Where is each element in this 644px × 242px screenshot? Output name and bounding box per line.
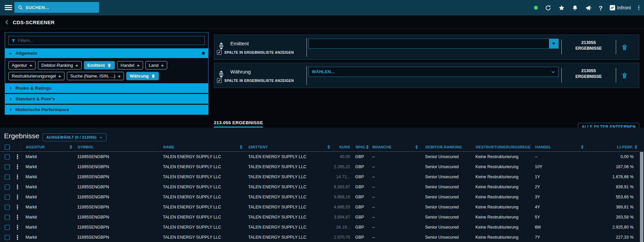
table-row[interactable]: Markit 11895SENGBPN TALEN ENERGY SUPPLY …: [0, 222, 639, 232]
row-menu-icon[interactable]: [13, 202, 21, 212]
col-header-emittent[interactable]: EMITTENT: [245, 143, 332, 151]
bell-icon[interactable]: [572, 5, 578, 11]
row-checkbox[interactable]: [5, 235, 10, 240]
table-row[interactable]: Markit 11895SENGBPN TALEN ENERGY SUPPLY …: [0, 232, 639, 242]
cell-kurs: 8.383,97: [332, 182, 352, 192]
search-icon: [18, 5, 23, 10]
search-input[interactable]: [26, 5, 96, 10]
row-menu-icon[interactable]: [13, 162, 21, 172]
row-checkbox[interactable]: [5, 154, 10, 159]
help-icon[interactable]: ?: [599, 5, 603, 11]
row-checkbox[interactable]: [5, 164, 10, 170]
sort-icon[interactable]: [327, 145, 330, 149]
row-menu-icon[interactable]: [13, 182, 21, 192]
scrollbar-thumb[interactable]: [640, 152, 643, 242]
back-icon[interactable]: [4, 19, 10, 26]
row-checkbox[interactable]: [5, 215, 10, 220]
filter-chip-suche-name-isin[interactable]: Suche (Name, ISIN, ...)+: [67, 72, 124, 80]
infront-logo[interactable]: Infront: [610, 5, 631, 10]
filter-chip-land[interactable]: Land+: [145, 61, 167, 69]
active-filters-dot: [202, 52, 205, 55]
row-checkbox[interactable]: [5, 175, 10, 180]
drag-handle-icon[interactable]: [219, 70, 224, 78]
star-icon[interactable]: [558, 5, 565, 11]
table-row[interactable]: Markit 11895SENGBPN TALEN ENERGY SUPPLY …: [0, 182, 639, 192]
table-row[interactable]: Markit 11895SENGBPN TALEN ENERGY SUPPLY …: [0, 212, 639, 222]
section-risiko-ratings[interactable]: Risiko & Ratings: [5, 83, 208, 93]
cell-handel: 4Y: [531, 202, 586, 212]
filter-chip-w-hrung[interactable]: Währung: [126, 72, 158, 80]
row-checkbox[interactable]: [5, 225, 10, 230]
delete-filter-icon[interactable]: [621, 72, 628, 79]
filter-search-box[interactable]: [8, 36, 205, 45]
row-menu-icon[interactable]: [13, 172, 21, 182]
table-row[interactable]: Markit 11895SENGBPN TALEN ENERGY SUPPLY …: [0, 152, 639, 162]
sort-icon[interactable]: [415, 145, 418, 149]
show-column-checkbox[interactable]: ✓: [217, 78, 222, 83]
sync-icon[interactable]: [545, 5, 551, 11]
cell-agentur: Markit: [21, 212, 75, 222]
table-row[interactable]: Markit 11895SENGBPN TALEN ENERGY SUPPLY …: [0, 162, 639, 172]
filter-chip-debitor-ranking[interactable]: Debitor-Ranking+: [38, 61, 82, 69]
delete-filter-icon[interactable]: [621, 44, 628, 51]
sort-icon[interactable]: [366, 145, 369, 149]
dropdown-button[interactable]: [549, 39, 558, 48]
row-checkbox[interactable]: [5, 195, 10, 200]
row-menu-icon[interactable]: [13, 212, 21, 222]
col-header-agentur[interactable]: AGENTUR: [21, 143, 75, 151]
row-checkbox[interactable]: [5, 205, 10, 210]
table-body: Markit 11895SENGBPN TALEN ENERGY SUPPLY …: [0, 152, 639, 242]
col-header-debitor-ranking[interactable]: DEBITOR-RANKING: [420, 143, 472, 151]
table-row[interactable]: Markit 11895SENGBPN TALEN ENERGY SUPPLY …: [0, 192, 639, 202]
cell-whg: GBP: [352, 222, 369, 232]
show-column-checkbox[interactable]: ✓: [217, 50, 222, 55]
row-checkbox[interactable]: [5, 185, 10, 190]
table-row[interactable]: Markit 11895SENGBPN TALEN ENERGY SUPPLY …: [0, 202, 639, 212]
total-results-link[interactable]: 213.055 ERGEBNISSE: [214, 120, 263, 128]
cell-symbol: 11895SENGBPN: [75, 232, 160, 242]
drag-handle-icon[interactable]: [219, 42, 224, 50]
section-standard-poor-s[interactable]: Standard & Poor's: [5, 94, 208, 104]
filter-chip-restrukturierungsregel[interactable]: Restrukturierungsregel+: [8, 72, 64, 80]
sort-icon[interactable]: [635, 145, 637, 149]
col-header-symbol[interactable]: SYMBOL: [75, 143, 160, 151]
emittent-input[interactable]: [309, 39, 549, 48]
hamburger-menu-icon[interactable]: [5, 5, 12, 10]
cell-branche: --: [369, 222, 420, 232]
row-menu-icon[interactable]: [13, 222, 21, 232]
waehrung-select[interactable]: WÄHLEN...: [309, 67, 559, 77]
cell-restrukturierungsregel: Keine Restrukturierung: [472, 172, 531, 182]
col-header-kurs[interactable]: KURS: [332, 143, 352, 151]
col-header-branche[interactable]: BRANCHE: [369, 143, 420, 151]
cell-whg: GBP: [352, 192, 369, 202]
cell-whg: GBP: [352, 202, 369, 212]
sort-icon[interactable]: [581, 145, 584, 149]
filter-search-input[interactable]: [18, 38, 202, 43]
cell-branche: --: [369, 202, 420, 212]
col-header-1j-perf[interactable]: 1J-PERF.: [586, 143, 639, 151]
sort-icon[interactable]: [240, 145, 242, 149]
emittent-combobox[interactable]: [309, 39, 559, 49]
megaphone-icon[interactable]: [585, 5, 592, 11]
row-menu-icon[interactable]: [13, 192, 21, 202]
col-header-restrukturierungsregel[interactable]: RESTRUKTURIERUNGSREGEL: [472, 143, 531, 151]
section-allgemein[interactable]: Allgemein: [5, 48, 208, 58]
row-menu-icon[interactable]: [13, 232, 21, 242]
filter-chip-agentur[interactable]: Agentur+: [8, 61, 36, 69]
global-search[interactable]: [14, 2, 99, 13]
filter-chip-emittent[interactable]: Emittent: [84, 61, 115, 69]
kebab-menu-icon[interactable]: [638, 5, 640, 10]
row-menu-icon[interactable]: [13, 152, 21, 162]
cell-name: TALEN ENERGY SUPPLY LLC: [160, 222, 245, 232]
cell-handel: 2Y: [531, 182, 586, 192]
col-header-handel[interactable]: HANDEL: [531, 143, 586, 151]
section-historische-performance[interactable]: Historische Performance: [5, 105, 208, 114]
table-row[interactable]: Markit 11895SENGBPN TALEN ENERGY SUPPLY …: [0, 172, 639, 182]
col-header-name[interactable]: NAME: [160, 143, 245, 151]
select-all-checkbox[interactable]: [5, 145, 10, 150]
col-header-whg[interactable]: WHG.: [352, 143, 369, 151]
cell-kurs: 5.966,15: [332, 192, 352, 202]
selected-count-dropdown[interactable]: AUSGEWÄHLT (0 / 213055): [43, 133, 106, 141]
sort-icon[interactable]: [70, 145, 72, 149]
filter-chip-handel[interactable]: Handel+: [117, 61, 143, 69]
